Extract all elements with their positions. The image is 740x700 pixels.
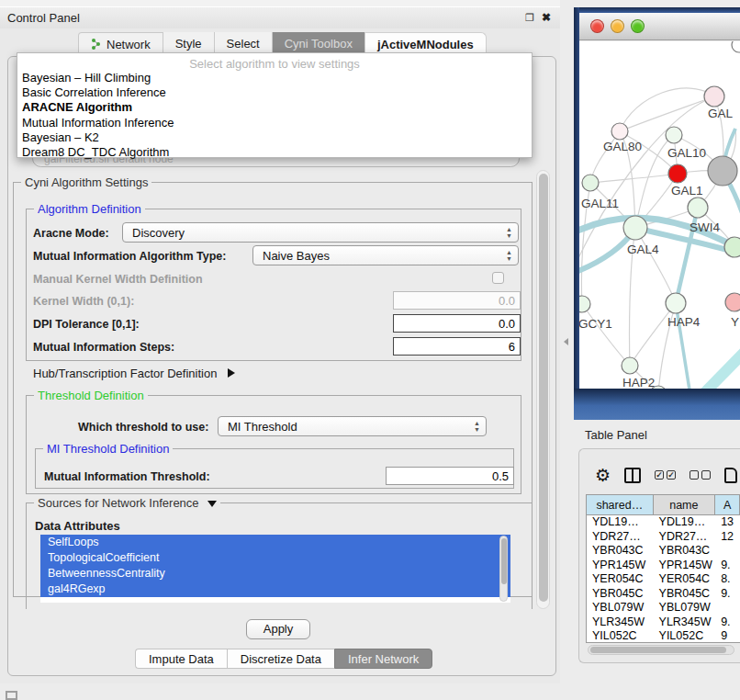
network-node-gal4[interactable]: [623, 216, 647, 240]
table-row[interactable]: YBR043CYBR043C: [587, 544, 740, 559]
algorithm-option[interactable]: Basic Correlation Inference: [17, 85, 532, 100]
control-panel-title: Control Panel: [7, 11, 80, 25]
algorithm-option[interactable]: Mutual Information Inference: [17, 116, 532, 130]
select-all-icon[interactable]: ✓✓: [655, 470, 676, 480]
network-canvas[interactable]: GALGAL80GAL10GAL1GAL11SWI4GAL4GCY1HAP4YH…: [579, 41, 740, 397]
node-attribute-table[interactable]: shared…nameA YDL19…YDL19…13YDR27…YDR27…1…: [586, 494, 740, 643]
network-node-gal80[interactable]: [611, 123, 628, 140]
which-threshold-value: MI Threshold: [228, 420, 297, 434]
table-cell: 12: [715, 530, 740, 545]
algorithm-dropdown-placeholder: Select algorithm to view settings: [17, 53, 532, 71]
network-node-gal10[interactable]: [666, 127, 682, 143]
list-scrollbar[interactable]: [499, 536, 508, 602]
table-row[interactable]: YPR145WYPR145W9.: [587, 559, 740, 573]
table-row[interactable]: YDR27…YDR27…12: [587, 530, 740, 545]
table-panel-toolbar: ⚙ ✓✓: [595, 462, 737, 488]
attribute-item-selected[interactable]: TopologicalCoefficient: [40, 550, 510, 566]
algorithm-option[interactable]: ARACNE Algorithm: [17, 100, 532, 115]
network-node[interactable]: [732, 41, 740, 52]
network-edge[interactable]: [630, 303, 676, 366]
network-node-hap4[interactable]: [666, 293, 686, 313]
table-row[interactable]: YDL19…YDL19…13: [587, 515, 740, 530]
network-node-y[interactable]: [725, 293, 740, 311]
which-threshold-combo[interactable]: MI Threshold ▲▼: [218, 416, 487, 436]
column-header[interactable]: shared…: [587, 495, 654, 514]
group-title: Algorithm Definition: [34, 202, 145, 216]
table-h-scrollbar-thumb[interactable]: [590, 647, 726, 653]
network-edge[interactable]: [635, 228, 676, 303]
column-header[interactable]: A: [715, 495, 740, 514]
attribute-item-selected[interactable]: SelfLoops: [40, 535, 510, 550]
network-edge[interactable]: [620, 96, 714, 131]
network-edge[interactable]: [582, 304, 630, 366]
network-node-gal1[interactable]: [668, 164, 687, 183]
stepper-arrows-icon: ▲▼: [474, 420, 480, 433]
table-row[interactable]: YBR045CYBR045C9.: [587, 587, 740, 602]
mi-type-combo[interactable]: Naive Bayes ▲▼: [252, 245, 519, 265]
algorithm-dropdown[interactable]: Select algorithm to view settings Bayesi…: [17, 52, 533, 158]
attribute-item-selected[interactable]: gal4RGexp: [40, 581, 510, 597]
table-h-scrollbar[interactable]: [588, 645, 734, 655]
expander-arrow-icon: [228, 368, 235, 378]
group-title: MI Threshold Definition: [43, 442, 173, 456]
gear-icon[interactable]: ⚙: [595, 465, 611, 486]
table-row[interactable]: YLR345WYLR345W9.: [587, 615, 740, 630]
network-node-hap2[interactable]: [622, 357, 638, 374]
deselect-all-icon[interactable]: [690, 470, 711, 480]
table-cell: YDL19…: [587, 515, 654, 530]
table-row[interactable]: YBL079WYBL079W: [587, 601, 740, 615]
table-row[interactable]: YER054CYER054C8.: [587, 572, 740, 587]
settings-scrollbar-thumb[interactable]: [539, 174, 548, 602]
dpi-tolerance-field[interactable]: 0.0: [393, 314, 521, 333]
data-attributes-list[interactable]: SelfLoopsTopologicalCoefficientBetweenne…: [40, 535, 510, 603]
splitter-collapse-icon[interactable]: [564, 338, 568, 345]
minimized-panel-icon[interactable]: [6, 691, 17, 700]
apply-button[interactable]: Apply: [246, 619, 310, 639]
mac-close-button[interactable]: [590, 19, 604, 33]
mac-minimize-button[interactable]: [611, 19, 624, 33]
table-cell: 9: [715, 629, 740, 643]
hub-definition-expander[interactable]: Hub/Transcription Factor Definition: [33, 367, 235, 380]
attribute-item-selected[interactable]: BetweennessCentrality: [40, 566, 510, 581]
network-node-gcy1[interactable]: [579, 296, 590, 312]
network-node-gal11[interactable]: [582, 175, 599, 191]
column-chooser-icon[interactable]: [624, 468, 641, 483]
mi-steps-field[interactable]: 6: [393, 337, 521, 356]
network-edge[interactable]: [590, 174, 678, 183]
bottom-tab-infer-network[interactable]: Infer Network: [334, 649, 432, 669]
settings-scrollbar[interactable]: [536, 170, 550, 609]
sources-title-label: Sources for Network Inference: [38, 496, 199, 510]
column-header[interactable]: name: [654, 495, 716, 514]
algorithm-option[interactable]: Bayesian – K2: [17, 130, 532, 145]
manual-kernel-checkbox[interactable]: [492, 272, 504, 284]
table-panel-title: Table Panel: [585, 428, 647, 442]
aracne-mode-label: Aracne Mode:: [33, 227, 109, 240]
table-cell: 9.: [715, 559, 740, 573]
bottom-tab-impute-data[interactable]: Impute Data: [135, 649, 227, 669]
close-icon[interactable]: ✖: [540, 11, 553, 24]
new-table-icon[interactable]: [724, 468, 737, 483]
aracne-mode-combo[interactable]: Discovery ▲▼: [122, 222, 519, 243]
mi-threshold-field[interactable]: 0.5: [386, 467, 514, 485]
table-cell: YLR345W: [587, 615, 654, 630]
network-node[interactable]: [724, 237, 740, 257]
algorithm-option[interactable]: Dream8 DC_TDC Algorithm: [17, 145, 532, 160]
table-cell: YBL079W: [587, 601, 654, 615]
sources-group-title[interactable]: Sources for Network Inference: [34, 496, 220, 510]
network-edge[interactable]: [620, 88, 714, 131]
table-cell: YDR27…: [654, 530, 716, 545]
list-scrollbar-thumb[interactable]: [501, 538, 507, 584]
network-node-gal[interactable]: [704, 86, 724, 107]
bottom-tab-discretize-data[interactable]: Discretize Data: [227, 649, 334, 669]
network-node[interactable]: [708, 156, 737, 186]
network-window-titlebar[interactable]: [579, 13, 740, 40]
network-graph: GALGAL80GAL10GAL1GAL11SWI4GAL4GCY1HAP4YH…: [579, 41, 740, 397]
float-window-icon[interactable]: ❐: [523, 11, 536, 24]
algorithm-option[interactable]: Bayesian – Hill Climbing: [17, 71, 532, 85]
mac-zoom-button[interactable]: [631, 19, 645, 33]
network-node-swi4[interactable]: [688, 198, 708, 218]
cyni-settings-area: Cyni Algorithm Settings Algorithm Defini…: [11, 170, 534, 609]
control-panel-titlebar: [0, 7, 560, 28]
table-row[interactable]: YIL052CYIL052C9: [587, 629, 740, 643]
kernel-width-field[interactable]: 0.0: [393, 291, 521, 310]
